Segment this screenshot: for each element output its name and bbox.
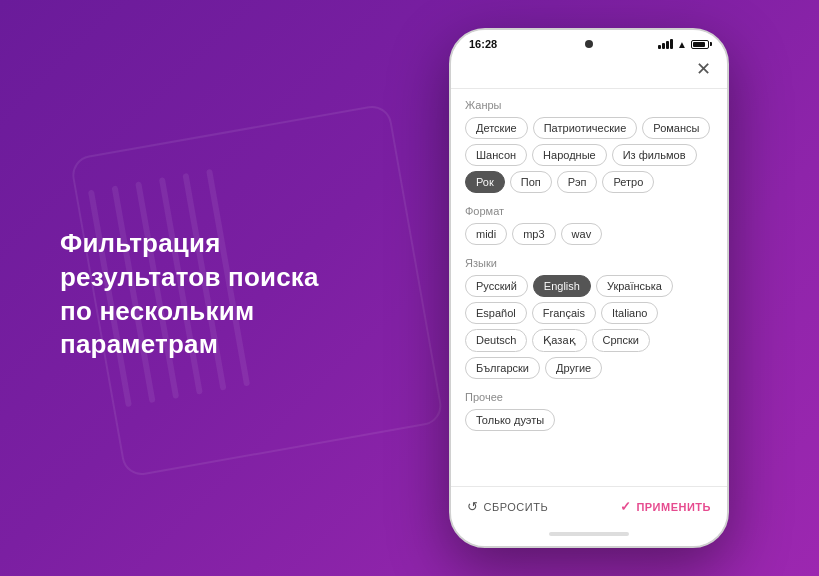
tag-patrioticheskie[interactable]: Патриотические (533, 117, 638, 139)
tag-english[interactable]: English (533, 275, 591, 297)
hero-line-3: по нескольким (60, 296, 254, 326)
signal-bar-3 (666, 41, 669, 49)
tag-narodnye[interactable]: Народные (532, 144, 607, 166)
tag-russkiy[interactable]: Русский (465, 275, 528, 297)
phone-content: Жанры Детские Патриотические Романсы Шан… (451, 89, 727, 486)
status-time: 16:28 (469, 38, 497, 50)
tag-iz-filmov[interactable]: Из фильмов (612, 144, 697, 166)
tag-francais[interactable]: Français (532, 302, 596, 324)
apply-label: ПРИМЕНИТЬ (636, 501, 711, 513)
misc-tags: Только дуэты (465, 409, 713, 431)
hero-text: Фильтрация результатов поиска по несколь… (60, 227, 319, 362)
tag-wav[interactable]: wav (561, 223, 603, 245)
apply-icon: ✓ (620, 499, 632, 514)
tag-mp3[interactable]: mp3 (512, 223, 555, 245)
wifi-icon: ▲ (677, 39, 687, 50)
reset-icon: ↺ (467, 499, 479, 514)
tag-tolko-duety[interactable]: Только дуэты (465, 409, 555, 431)
tag-retro[interactable]: Ретро (602, 171, 654, 193)
tag-midi[interactable]: midi (465, 223, 507, 245)
phone-header: ✕ (451, 54, 727, 89)
tag-espanol[interactable]: Español (465, 302, 527, 324)
tag-srpski[interactable]: Српски (592, 329, 650, 352)
tag-kazak[interactable]: Қазақ (532, 329, 586, 352)
languages-label: Языки (465, 257, 713, 269)
hero-line-1: Фильтрация (60, 228, 221, 258)
status-right: ▲ (658, 39, 709, 50)
tag-balgarski[interactable]: Български (465, 357, 540, 379)
battery-icon (691, 40, 709, 49)
genres-tags: Детские Патриотические Романсы Шансон На… (465, 117, 713, 193)
languages-tags: Русский English Українська Español Franç… (465, 275, 713, 379)
phone-footer: ↺ СБРОСИТЬ ✓ ПРИМЕНИТЬ (451, 486, 727, 526)
phone-frame: 16:28 ▲ ✕ Жанры (449, 28, 729, 548)
tag-drugie[interactable]: Другие (545, 357, 602, 379)
camera-notch (585, 40, 593, 48)
tag-deutsch[interactable]: Deutsch (465, 329, 527, 352)
reset-label: СБРОСИТЬ (484, 501, 549, 513)
close-button[interactable]: ✕ (696, 58, 711, 80)
phone-wrapper: 16:28 ▲ ✕ Жанры (449, 28, 729, 548)
tag-romansy[interactable]: Романсы (642, 117, 710, 139)
signal-bar-4 (670, 39, 673, 49)
signal-bar-1 (658, 45, 661, 49)
genres-label: Жанры (465, 99, 713, 111)
apply-button[interactable]: ✓ ПРИМЕНИТЬ (620, 499, 711, 514)
genres-section: Жанры Детские Патриотические Романсы Шан… (465, 99, 713, 193)
home-indicator-area (451, 526, 727, 546)
tag-rok[interactable]: Рок (465, 171, 505, 193)
signal-bars (658, 39, 673, 49)
home-bar (549, 532, 629, 536)
misc-label: Прочее (465, 391, 713, 403)
reset-button[interactable]: ↺ СБРОСИТЬ (467, 499, 548, 514)
hero-line-4: параметрам (60, 330, 218, 360)
format-tags: midi mp3 wav (465, 223, 713, 245)
tag-rep[interactable]: Рэп (557, 171, 598, 193)
status-bar: 16:28 ▲ (451, 30, 727, 54)
format-label: Формат (465, 205, 713, 217)
misc-section: Прочее Только дуэты (465, 391, 713, 431)
hero-line-2: результатов поиска (60, 262, 319, 292)
tag-ukrainska[interactable]: Українська (596, 275, 673, 297)
tag-pop[interactable]: Поп (510, 171, 552, 193)
tag-detskie[interactable]: Детские (465, 117, 528, 139)
signal-bar-2 (662, 43, 665, 49)
languages-section: Языки Русский English Українська Español… (465, 257, 713, 379)
tag-shanson[interactable]: Шансон (465, 144, 527, 166)
format-section: Формат midi mp3 wav (465, 205, 713, 245)
tag-italiano[interactable]: Italiano (601, 302, 658, 324)
battery-fill (693, 42, 705, 47)
